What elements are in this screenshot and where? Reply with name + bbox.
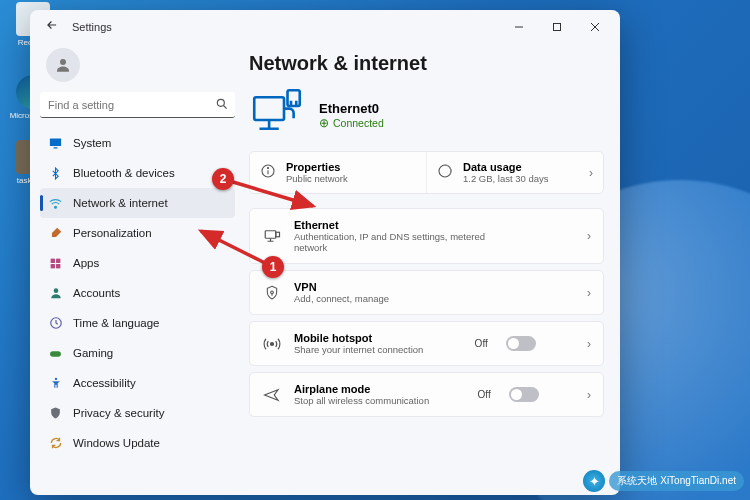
airplane-toggle[interactable]	[509, 387, 539, 402]
annotation-arrow-2	[225, 168, 325, 218]
search-field[interactable]	[40, 92, 235, 118]
bluetooth-icon	[48, 166, 63, 181]
clock-icon	[48, 316, 63, 331]
svg-line-36	[201, 231, 265, 263]
display-icon	[48, 136, 63, 151]
airplane-icon	[262, 386, 282, 404]
sidebar-item-system[interactable]: System	[40, 128, 235, 158]
card-title: Ethernet	[294, 219, 494, 231]
shield-icon	[48, 406, 63, 421]
svg-point-4	[60, 59, 66, 65]
brush-icon	[48, 226, 63, 241]
svg-rect-13	[56, 264, 60, 268]
page-title: Network & internet	[249, 52, 604, 75]
chevron-right-icon: ›	[587, 337, 591, 351]
svg-point-14	[53, 288, 58, 293]
svg-point-34	[271, 342, 274, 345]
card-subtitle: Stop all wireless communication	[294, 395, 429, 406]
card-subtitle: Authentication, IP and DNS settings, met…	[294, 231, 494, 253]
sidebar-item-label: Network & internet	[73, 197, 168, 209]
usage-subtitle: 1.2 GB, last 30 days	[463, 173, 549, 184]
access-icon	[48, 376, 63, 391]
svg-rect-16	[50, 351, 61, 356]
card-title: VPN	[294, 281, 389, 293]
sidebar-item-label: System	[73, 137, 111, 149]
sidebar-item-label: Windows Update	[73, 437, 160, 449]
svg-point-9	[55, 206, 57, 208]
usage-icon	[437, 163, 455, 183]
svg-rect-11	[56, 258, 60, 262]
card-airplane[interactable]: Airplane modeStop all wireless communica…	[249, 372, 604, 417]
sidebar-item-label: Apps	[73, 257, 99, 269]
sidebar-item-network-internet[interactable]: Network & internet	[40, 188, 235, 218]
chevron-right-icon: ›	[587, 286, 591, 300]
svg-rect-8	[54, 147, 58, 148]
svg-rect-1	[554, 24, 561, 31]
svg-rect-31	[276, 232, 280, 237]
back-button[interactable]	[42, 18, 62, 36]
grid-icon	[48, 256, 63, 271]
card-title: Airplane mode	[294, 383, 429, 395]
sidebar-item-label: Bluetooth & devices	[73, 167, 175, 179]
update-icon	[48, 436, 63, 451]
sidebar-item-bluetooth-devices[interactable]: Bluetooth & devices	[40, 158, 235, 188]
svg-line-6	[224, 106, 227, 109]
watermark-logo-icon: ✦	[583, 470, 605, 492]
svg-point-17	[54, 378, 56, 380]
sidebar-item-label: Accounts	[73, 287, 120, 299]
sidebar-item-label: Accessibility	[73, 377, 136, 389]
sidebar-item-accounts[interactable]: Accounts	[40, 278, 235, 308]
sidebar-item-label: Personalization	[73, 227, 152, 239]
chevron-right-icon: ›	[587, 388, 591, 402]
person-icon	[48, 286, 63, 301]
globe-icon: ⊕	[319, 116, 329, 130]
svg-rect-18	[254, 97, 284, 120]
watermark: ✦ 系统天地 XiTongTianDi.net	[583, 470, 744, 492]
sidebar-item-gaming[interactable]: Gaming	[40, 338, 235, 368]
minimize-button[interactable]	[500, 13, 538, 41]
main-content: Network & internet Ethernet0 ⊕Connected	[245, 44, 620, 495]
hotspot-toggle[interactable]	[506, 336, 536, 351]
toggle-state-label: Off	[475, 338, 488, 349]
svg-point-32	[271, 291, 274, 294]
sidebar-item-time-language[interactable]: Time & language	[40, 308, 235, 338]
chevron-right-icon: ›	[589, 166, 593, 180]
svg-rect-7	[50, 138, 61, 146]
connection-name: Ethernet0	[319, 101, 384, 116]
chevron-right-icon: ›	[587, 229, 591, 243]
connection-status: ⊕Connected	[319, 116, 384, 130]
search-input[interactable]	[40, 92, 235, 118]
svg-rect-12	[51, 264, 55, 268]
window-title: Settings	[72, 21, 112, 33]
data-usage-button[interactable]: Data usage 1.2 GB, last 30 days ›	[426, 152, 603, 193]
ethernet-hero-icon	[249, 85, 305, 145]
svg-line-35	[233, 182, 313, 206]
sidebar-item-label: Gaming	[73, 347, 113, 359]
settings-window: Settings SystemBluetooth & devicesNetwor…	[30, 10, 620, 495]
user-avatar[interactable]	[46, 48, 80, 82]
annotation-badge-1: 1	[262, 256, 284, 278]
game-icon	[48, 346, 63, 361]
sidebar-item-privacy-security[interactable]: Privacy & security	[40, 398, 235, 428]
card-subtitle: Share your internet connection	[294, 344, 423, 355]
maximize-button[interactable]	[538, 13, 576, 41]
hotspot-icon	[262, 335, 282, 353]
sidebar-item-accessibility[interactable]: Accessibility	[40, 368, 235, 398]
card-hotspot[interactable]: Mobile hotspotShare your internet connec…	[249, 321, 604, 366]
svg-rect-10	[51, 258, 55, 262]
wifi-icon	[48, 196, 63, 211]
toggle-state-label: Off	[478, 389, 491, 400]
svg-point-5	[217, 99, 224, 106]
card-vpn[interactable]: VPNAdd, connect, manage›	[249, 270, 604, 315]
sidebar-item-windows-update[interactable]: Windows Update	[40, 428, 235, 458]
annotation-badge-2: 2	[212, 168, 234, 190]
search-icon	[215, 97, 229, 115]
close-button[interactable]	[576, 13, 614, 41]
card-subtitle: Add, connect, manage	[294, 293, 389, 304]
usage-title: Data usage	[463, 161, 549, 173]
card-title: Mobile hotspot	[294, 332, 423, 344]
connection-hero: Ethernet0 ⊕Connected	[249, 85, 604, 145]
sidebar-item-label: Time & language	[73, 317, 160, 329]
svg-rect-21	[288, 90, 300, 106]
titlebar: Settings	[30, 10, 620, 44]
